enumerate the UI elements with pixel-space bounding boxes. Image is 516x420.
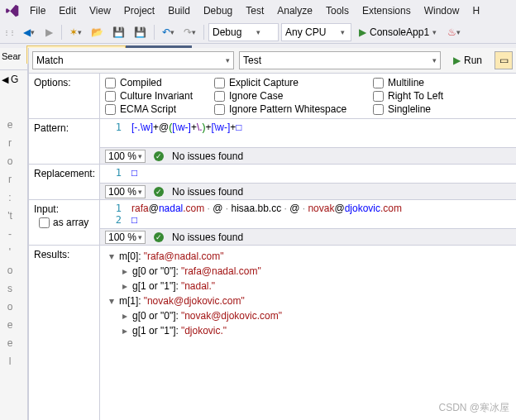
config-dropdown[interactable]: Debug▾ xyxy=(208,23,279,41)
search-tab-label[interactable]: Sear xyxy=(0,48,27,64)
menu-test[interactable]: Test xyxy=(239,3,270,18)
results-label: Results: xyxy=(29,246,100,420)
menu-bar: FileEditViewProjectBuildDebugTestAnalyze… xyxy=(0,0,516,21)
run-button[interactable]: ▶Run xyxy=(446,51,490,69)
hot-reload-button[interactable]: ♨▾ xyxy=(444,23,464,41)
menu-view[interactable]: View xyxy=(83,3,117,18)
menu-analyze[interactable]: Analyze xyxy=(270,3,319,18)
nav-fwd-button[interactable]: ▶ xyxy=(41,23,57,41)
ok-icon: ✓ xyxy=(154,187,164,197)
menu-file[interactable]: File xyxy=(23,3,52,18)
ok-icon: ✓ xyxy=(154,232,164,242)
zoom-dropdown[interactable]: 100 %▾ xyxy=(105,231,146,244)
tree-node[interactable]: ▸g[0 or "0"]: "novak@djokovic.com" xyxy=(107,308,509,323)
start-target-label: ConsoleApp1 xyxy=(370,26,429,38)
start-debug-button[interactable]: ▶ConsoleApp1▾ xyxy=(354,23,442,41)
replacement-label: Replacement: xyxy=(29,165,100,199)
option-rtl[interactable]: Right To Left xyxy=(373,90,464,102)
results-tree[interactable]: ▾m[0]: "rafa@nadal.com"▸g[0 or "0"]: "ra… xyxy=(100,246,516,420)
replacement-status: 100 %▾ ✓ No issues found xyxy=(100,183,516,199)
menu-window[interactable]: Window xyxy=(418,3,466,18)
vs-logo-icon xyxy=(5,3,20,18)
pattern-editor[interactable]: 1 [-.\w]+@([\w-]+\.)+[\w-]+□ xyxy=(100,119,516,147)
regex-editor-panel: Match▾ Test▾ ▶Run ▭ Options: CompiledExp… xyxy=(28,48,516,420)
menu-tools[interactable]: Tools xyxy=(319,3,356,18)
menu-edit[interactable]: Edit xyxy=(52,3,83,18)
input-row: Input: as array 12 rafa@nadal.com · @ · … xyxy=(29,200,516,246)
pattern-label: Pattern: xyxy=(29,119,100,164)
nav-back-button[interactable]: ◀▾ xyxy=(20,23,38,41)
option-explicit-capture[interactable]: Explicit Capture xyxy=(214,77,363,88)
option-ignore-case[interactable]: Ignore Case xyxy=(214,90,363,102)
menu-items: FileEditViewProjectBuildDebugTestAnalyze… xyxy=(23,3,486,18)
status-text: No issues found xyxy=(172,231,243,243)
save-button[interactable]: 💾 xyxy=(109,23,128,41)
replacement-row: Replacement: 1 □ 100 %▾ ✓ No issues foun… xyxy=(29,165,516,200)
option-singleline[interactable]: Singleline xyxy=(373,103,464,115)
open-button[interactable]: 📂 xyxy=(88,23,107,41)
options-row: Options: CompiledExplicit CaptureMultili… xyxy=(29,74,516,119)
platform-value: Any CPU xyxy=(285,26,326,38)
platform-dropdown[interactable]: Any CPU▾ xyxy=(281,23,351,41)
undo-button[interactable]: ↶▾ xyxy=(159,23,178,41)
layout-toggle-button[interactable]: ▭ xyxy=(494,51,513,69)
option-culture-invariant[interactable]: Culture Invariant xyxy=(105,90,204,102)
tree-node[interactable]: ▾m[0]: "rafa@nadal.com" xyxy=(107,249,509,264)
zoom-dropdown[interactable]: 100 %▾ xyxy=(105,185,146,198)
status-text: No issues found xyxy=(172,150,243,162)
editor-toolbar: Match▾ Test▾ ▶Run ▭ xyxy=(29,48,516,74)
action-dropdown[interactable]: Test▾ xyxy=(239,51,441,69)
option-ecma-script[interactable]: ECMA Script xyxy=(105,103,204,115)
side-glyphs: eror:'t-'osoeel xyxy=(2,116,18,370)
menu-project[interactable]: Project xyxy=(117,3,161,18)
layout-icon: ▭ xyxy=(499,55,509,66)
option-multiline[interactable]: Multiline xyxy=(373,77,464,88)
zoom-dropdown[interactable]: 100 %▾ xyxy=(105,150,146,163)
status-text: No issues found xyxy=(172,186,243,198)
new-item-button[interactable]: ✶▾ xyxy=(66,23,85,41)
tree-node[interactable]: ▾m[1]: "novak@djokovic.com" xyxy=(107,294,509,308)
tree-node[interactable]: ▸g[1 or "1"]: "nadal." xyxy=(107,279,509,294)
input-editor[interactable]: 12 rafa@nadal.com · @ · hisaa.bb.cc · @ … xyxy=(100,200,516,228)
mode-dropdown[interactable]: Match▾ xyxy=(32,51,234,69)
tree-hint: G xyxy=(11,74,18,85)
tree-node[interactable]: ▸g[0 or "0"]: "rafa@nadal.com" xyxy=(107,264,509,279)
ok-icon: ✓ xyxy=(154,151,164,161)
play-icon: ▶ xyxy=(453,55,461,66)
input-label: Input: as array xyxy=(29,200,100,245)
options-label: Options: xyxy=(29,74,100,118)
input-status: 100 %▾ ✓ No issues found xyxy=(100,228,516,245)
as-array-checkbox[interactable]: as array xyxy=(34,215,94,230)
config-value: Debug xyxy=(213,26,241,38)
main-toolbar: ⋮⋮ ◀▾ ▶ ✶▾ 📂 💾 💾 ↶▾ ↷▾ Debug▾ Any CPU▾ ▶… xyxy=(0,21,516,44)
menu-debug[interactable]: Debug xyxy=(197,3,239,18)
menu-extensions[interactable]: Extensions xyxy=(356,3,418,18)
menu-build[interactable]: Build xyxy=(161,3,197,18)
option-ignore-pw[interactable]: Ignore Pattern Whitespace xyxy=(214,103,363,115)
redo-button[interactable]: ↷▾ xyxy=(180,23,199,41)
replacement-editor[interactable]: 1 □ xyxy=(100,165,516,183)
play-icon: ▶ xyxy=(359,26,366,38)
results-row: Results: ▾m[0]: "rafa@nadal.com"▸g[0 or … xyxy=(29,246,516,420)
pattern-row: Pattern: 1 [-.\w]+@([\w-]+\.)+[\w-]+□ 10… xyxy=(29,119,516,165)
option-compiled[interactable]: Compiled xyxy=(105,77,204,88)
save-all-button[interactable]: 💾 xyxy=(131,23,150,41)
menu-h[interactable]: H xyxy=(466,3,486,18)
grip-icon: ⋮⋮ xyxy=(3,29,15,36)
tree-node[interactable]: ▸g[1 or "1"]: "djokovic." xyxy=(107,323,509,338)
pattern-status: 100 %▾ ✓ No issues found xyxy=(100,147,516,164)
